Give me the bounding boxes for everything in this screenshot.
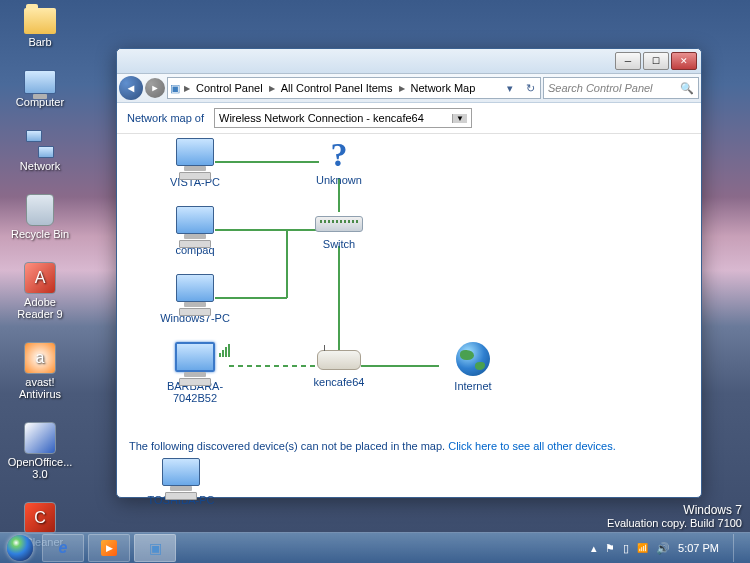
chevron-right-icon: ▶ — [399, 84, 405, 93]
clock[interactable]: 5:07 PM — [678, 542, 719, 554]
flag-icon[interactable]: ⚑ — [605, 542, 615, 555]
folder-icon — [24, 8, 56, 34]
node-this-pc[interactable]: BARBARA-7042B52 — [145, 342, 245, 404]
back-button[interactable]: ◄ — [119, 76, 143, 100]
start-button[interactable] — [2, 534, 38, 562]
search-icon: 🔍 — [680, 82, 694, 95]
switch-icon — [315, 216, 363, 232]
footer-message: The following discovered device(s) can n… — [129, 440, 448, 452]
control-panel-icon: ▣ — [170, 82, 180, 95]
node-internet[interactable]: Internet — [423, 342, 523, 392]
desktop-icon-computer[interactable]: Computer — [8, 70, 72, 108]
tray-expand-icon[interactable]: ▴ — [591, 542, 597, 555]
power-icon[interactable]: ▯ — [623, 542, 629, 555]
unplaced-device[interactable]: TOSHIBA-PC — [141, 458, 221, 506]
media-player-icon: ▶ — [101, 540, 117, 556]
breadcrumb-all-items[interactable]: All Control Panel Items — [279, 81, 395, 95]
computer-icon — [174, 138, 216, 174]
breadcrumb-network-map[interactable]: Network Map — [409, 81, 478, 95]
volume-icon[interactable]: 🔊 — [656, 542, 670, 555]
taskbar[interactable]: e ▶ ▣ ▴ ⚑ ▯ 📶 🔊 5:07 PM — [0, 532, 750, 563]
minimize-button[interactable]: ─ — [615, 52, 641, 70]
taskbar-ie[interactable]: e — [42, 534, 84, 562]
map-of-label: Network map of — [127, 112, 204, 124]
search-box[interactable]: Search Control Panel 🔍 — [543, 77, 699, 99]
see-all-devices-link[interactable]: Click here to see all other devices. — [448, 440, 616, 452]
computer-icon — [174, 206, 216, 242]
node-unknown[interactable]: ? Unknown — [289, 138, 389, 186]
titlebar[interactable]: ─ ☐ ✕ — [117, 49, 701, 74]
computer-icon — [160, 458, 202, 494]
desktop-icon-recycle[interactable]: Recycle Bin — [8, 194, 72, 240]
nav-toolbar: ◄ ► ▣ ▶ Control Panel ▶ All Control Pane… — [117, 74, 701, 103]
footer: The following discovered device(s) can n… — [117, 434, 701, 512]
chevron-right-icon: ▶ — [269, 84, 275, 93]
dropdown-value: Wireless Network Connection - kencafe64 — [219, 112, 424, 124]
desktop-icon-user[interactable]: Barb — [8, 8, 72, 48]
globe-icon — [456, 342, 490, 376]
network-icon — [26, 130, 54, 158]
node-vista-pc[interactable]: VISTA-PC — [145, 138, 245, 188]
adobe-icon: A — [24, 262, 56, 294]
avast-icon: a — [24, 342, 56, 374]
maximize-button[interactable]: ☐ — [643, 52, 669, 70]
node-switch[interactable]: Switch — [289, 206, 389, 250]
chevron-down-icon: ▼ — [452, 114, 467, 123]
desktop-icon-avast[interactable]: aavast! Antivirus — [8, 342, 72, 400]
address-bar[interactable]: ▣ ▶ Control Panel ▶ All Control Panel It… — [167, 77, 541, 99]
recycle-bin-icon — [26, 194, 54, 226]
ie-icon: e — [59, 539, 68, 557]
refresh-button[interactable]: ↻ — [522, 82, 538, 95]
question-mark-icon: ? — [329, 138, 349, 172]
show-desktop-button[interactable] — [733, 534, 744, 562]
chevron-right-icon: ▶ — [184, 84, 190, 93]
node-compaq[interactable]: compaq — [145, 206, 245, 256]
windows-orb-icon — [7, 535, 33, 561]
taskbar-control-panel[interactable]: ▣ — [134, 534, 176, 562]
breadcrumb-control-panel[interactable]: Control Panel — [194, 81, 265, 95]
map-toolbar: Network map of Wireless Network Connecti… — [117, 103, 701, 134]
connection-dropdown[interactable]: Wireless Network Connection - kencafe64 … — [214, 108, 472, 128]
computer-icon — [174, 342, 216, 378]
taskbar-media[interactable]: ▶ — [88, 534, 130, 562]
forward-button[interactable]: ► — [145, 78, 165, 98]
network-map-window: ─ ☐ ✕ ◄ ► ▣ ▶ Control Panel ▶ All Contro… — [116, 48, 702, 498]
desktop-icon-openoffice[interactable]: OpenOffice... 3.0 — [8, 422, 72, 480]
ccleaner-icon: C — [24, 502, 56, 534]
search-placeholder: Search Control Panel — [548, 82, 653, 94]
address-dropdown-button[interactable]: ▾ — [502, 82, 518, 95]
router-icon — [317, 350, 361, 370]
control-panel-icon: ▣ — [149, 540, 162, 556]
node-windows7-pc[interactable]: Windows7-PC — [145, 274, 245, 324]
network-tray-icon[interactable]: 📶 — [637, 543, 648, 553]
system-tray: ▴ ⚑ ▯ 📶 🔊 5:07 PM — [591, 534, 748, 562]
computer-icon — [24, 70, 56, 94]
watermark: Windows 7 Evaluation copy. Build 7100 — [607, 503, 742, 529]
computer-icon — [174, 274, 216, 310]
node-router[interactable]: kencafe64 — [289, 342, 389, 388]
close-button[interactable]: ✕ — [671, 52, 697, 70]
wifi-signal-icon — [219, 344, 230, 357]
openoffice-icon — [24, 422, 56, 454]
desktop-icon-adobe[interactable]: AAdobe Reader 9 — [8, 262, 72, 320]
desktop-icon-network[interactable]: Network — [8, 130, 72, 172]
network-map-canvas: VISTA-PC ? Unknown compaq Switch Windows… — [127, 134, 701, 434]
